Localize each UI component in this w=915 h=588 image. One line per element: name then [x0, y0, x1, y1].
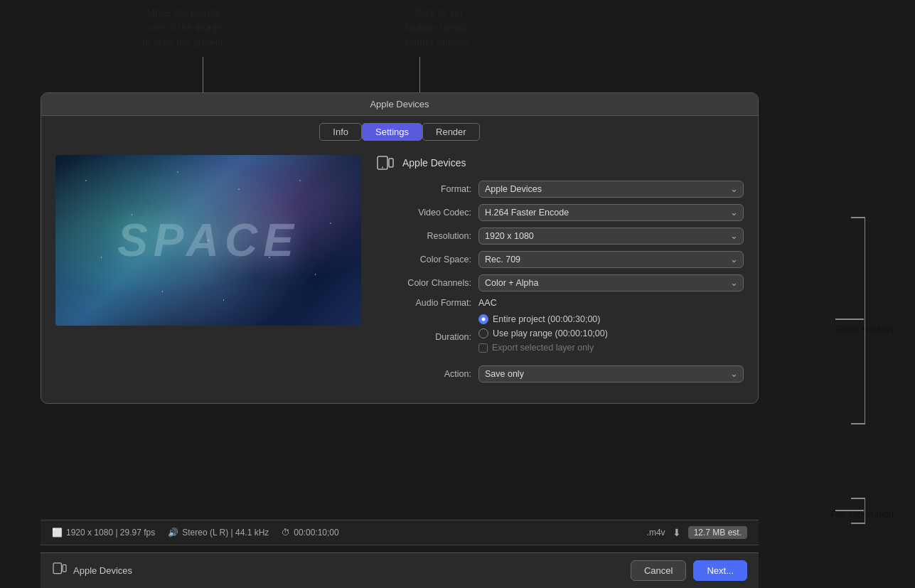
duration-value: 00:00:10;00 [294, 528, 338, 538]
status-audio: 🔊 Stereo (L R) | 44.1 kHz [168, 528, 269, 538]
duration-icon: ⏱ [282, 528, 290, 538]
file-info-bracket-mid [835, 510, 864, 511]
file-ext-value: .m4v [647, 528, 665, 538]
color-channels-select[interactable]: Color + Alpha [478, 274, 744, 292]
duration-group: Entire project (00:00:30;00) Use play ra… [478, 314, 608, 359]
duration-label: Duration: [375, 332, 478, 342]
action-select[interactable]: Save only [478, 365, 744, 383]
settings-panel: Apple Devices Format: Apple Devices Vide… [375, 155, 744, 389]
status-bar: ⬜ 1920 x 1080 | 29.97 fps 🔊 Stereo (L R)… [41, 520, 759, 545]
status-right: .m4v ⬇ 12.7 MB est. [647, 526, 747, 539]
export-layer-checkbox[interactable] [478, 343, 488, 353]
preview-area: SPACE [55, 155, 361, 389]
file-info-bracket-bottom [851, 523, 865, 524]
panel-header: Apple Devices [375, 155, 744, 171]
panel-title: Apple Devices [402, 157, 466, 169]
color-space-row: Color Space: Rec. 709 [375, 251, 744, 268]
next-button[interactable]: Next... [693, 560, 747, 581]
action-label: Action: [375, 369, 478, 379]
audio-icon: 🔊 [168, 528, 178, 538]
export-layer-label: Export selected layer only [492, 343, 594, 353]
video-codec-row: Video Codec: H.264 Faster Encode [375, 204, 744, 221]
share-settings-bracket-v [865, 217, 866, 423]
device-icon [375, 155, 395, 171]
video-codec-select-wrapper: H.264 Faster Encode [478, 204, 744, 221]
file-size-badge: 12.7 MB est. [688, 526, 747, 539]
resolution-label: Resolution: [375, 231, 478, 241]
format-select-wrapper: Apple Devices [478, 181, 744, 198]
share-settings-bracket-bottom [851, 423, 865, 424]
export-layer-row: Export selected layer only [478, 343, 608, 353]
file-info-bracket-v [865, 498, 866, 523]
format-label: Format: [375, 184, 478, 194]
stars-overlay [55, 155, 361, 326]
resolution-icon: ⬜ [52, 528, 63, 538]
svg-rect-4 [63, 565, 66, 572]
status-resolution: ⬜ 1920 x 1080 | 29.97 fps [52, 528, 155, 538]
duration-row: Duration: Entire project (00:00:30;00) U… [375, 314, 744, 359]
status-duration: ⏱ 00:00:10;00 [282, 528, 338, 538]
color-space-label: Color Space: [375, 255, 478, 264]
svg-rect-3 [53, 563, 61, 574]
preview-image[interactable]: SPACE [55, 155, 361, 326]
tab-settings[interactable]: Settings [362, 123, 422, 141]
resolution-select[interactable]: 1920 x 1080 [478, 228, 744, 245]
color-space-select[interactable]: Rec. 709 [478, 251, 744, 268]
status-info: ⬜ 1920 x 1080 | 29.97 fps 🔊 Stereo (L R)… [52, 528, 647, 538]
audio-value: Stereo (L R) | 44.1 kHz [182, 528, 269, 538]
callout-left: Move the pointer over of the image to sk… [142, 6, 226, 50]
resolution-select-wrapper: 1920 x 1080 [478, 228, 744, 245]
main-dialog: Apple Devices Info Settings Render SPACE [41, 92, 759, 404]
tab-render[interactable]: Render [422, 123, 480, 141]
format-select[interactable]: Apple Devices [478, 181, 744, 198]
action-select-wrapper: Save only [478, 365, 744, 383]
duration-entire-label: Entire project (00:00:30;00) [493, 314, 600, 324]
color-channels-label: Color Channels: [375, 278, 478, 288]
dialog-title: Apple Devices [370, 99, 429, 109]
svg-rect-1 [389, 159, 393, 167]
color-space-select-wrapper: Rec. 709 [478, 251, 744, 268]
cancel-button[interactable]: Cancel [631, 560, 686, 581]
duration-range-radio[interactable] [478, 328, 488, 338]
color-channels-row: Color Channels: Color + Alpha [375, 274, 744, 292]
color-channels-select-wrapper: Color + Alpha [478, 274, 744, 292]
tabs-row: Info Settings Render [41, 116, 758, 148]
audio-format-label: Audio Format: [375, 298, 478, 308]
bottom-device-icon [52, 562, 68, 579]
video-codec-label: Video Codec: [375, 208, 478, 218]
tab-info[interactable]: Info [319, 123, 362, 141]
format-row: Format: Apple Devices [375, 181, 744, 198]
file-info-bracket-top [851, 498, 865, 499]
export-icon: ⬇ [673, 527, 681, 538]
dialog-titlebar: Apple Devices [41, 93, 758, 116]
audio-format-value: AAC [478, 298, 497, 308]
bottom-device-info: Apple Devices [52, 562, 624, 579]
action-row: Action: Save only [375, 365, 744, 383]
duration-range-label: Use play range (00:00:10;00) [493, 328, 608, 338]
share-settings-bracket-mid [835, 319, 864, 320]
audio-format-row: Audio Format: AAC [375, 298, 744, 308]
duration-entire-row: Entire project (00:00:30;00) [478, 314, 608, 324]
resolution-row: Resolution: 1920 x 1080 [375, 228, 744, 245]
dialog-content: SPACE Apple Devices Format: [41, 148, 758, 403]
share-settings-bracket-top [851, 217, 865, 218]
resolution-value: 1920 x 1080 | 29.97 fps [66, 528, 155, 538]
callout-right: Click to set Motion-specific render opti… [405, 6, 471, 50]
duration-range-row: Use play range (00:00:10;00) [478, 328, 608, 338]
bottom-device-label: Apple Devices [73, 565, 132, 576]
duration-entire-radio[interactable] [478, 314, 488, 324]
video-codec-select[interactable]: H.264 Faster Encode [478, 204, 744, 221]
bottom-bar: Apple Devices Cancel Next... [41, 552, 759, 588]
